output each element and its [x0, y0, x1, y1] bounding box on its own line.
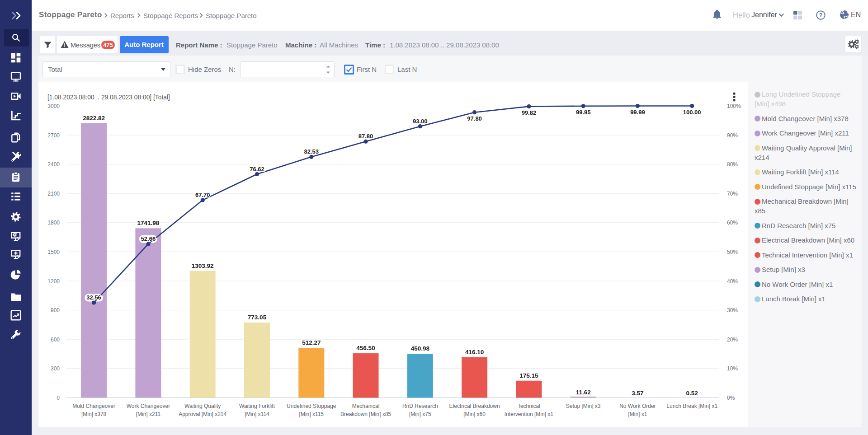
svg-text:90%: 90% [727, 132, 738, 139]
svg-text:900: 900 [51, 307, 60, 313]
svg-text:87.80: 87.80 [359, 133, 373, 140]
svg-text:Waiting Quality: Waiting Quality [184, 403, 221, 409]
svg-text:Electrical Breakdown: Electrical Breakdown [449, 403, 500, 409]
svg-text:Waiting Forklift: Waiting Forklift [239, 403, 275, 409]
svg-text:2100: 2100 [47, 191, 60, 197]
svg-text:175.15: 175.15 [519, 372, 538, 379]
svg-text:Technical: Technical [518, 403, 540, 409]
svg-text:50%: 50% [727, 249, 738, 255]
svg-text:1303.92: 1303.92 [192, 262, 214, 269]
svg-text:2700: 2700 [47, 132, 60, 139]
svg-text:1200: 1200 [47, 278, 60, 285]
svg-text:1500: 1500 [47, 249, 60, 255]
svg-text:[Min] x114: [Min] x114 [245, 411, 269, 417]
svg-text:1800: 1800 [47, 220, 60, 226]
svg-text:[1.08.2023 08:00 .. 29.08.2023: [1.08.2023 08:00 .. 29.08.2023 08:00] [T… [47, 94, 170, 101]
svg-text:?: ? [819, 12, 823, 19]
svg-text:2400: 2400 [47, 161, 60, 168]
svg-text:99.95: 99.95 [576, 109, 591, 116]
svg-text:76.62: 76.62 [250, 166, 264, 173]
svg-text:67.70: 67.70 [195, 192, 210, 198]
svg-text:93.00: 93.00 [413, 118, 428, 125]
svg-text:82.53: 82.53 [304, 148, 319, 155]
svg-text:3.57: 3.57 [632, 390, 643, 397]
svg-text:456.50: 456.50 [356, 345, 375, 351]
svg-text:450.98: 450.98 [411, 345, 430, 352]
svg-text:80%: 80% [727, 161, 738, 168]
svg-text:99.82: 99.82 [522, 109, 537, 116]
svg-text:[Min] x115: [Min] x115 [299, 411, 324, 417]
svg-text:100%: 100% [727, 103, 741, 109]
svg-text:Undefined Stoppage: Undefined Stoppage [287, 403, 336, 409]
svg-text:10%: 10% [727, 365, 738, 372]
svg-text:[Min] x75: [Min] x75 [409, 411, 431, 417]
svg-text:Intervention [Min] x1: Intervention [Min] x1 [505, 411, 553, 417]
svg-text:2822.82: 2822.82 [83, 115, 105, 122]
svg-text:0%: 0% [727, 395, 735, 401]
svg-text:30%: 30% [727, 307, 738, 313]
svg-text:[Min] x211: [Min] x211 [136, 411, 161, 417]
svg-text:600: 600 [51, 337, 60, 343]
svg-text:Approval [Min] x214: Approval [Min] x214 [179, 411, 226, 417]
svg-text:Lunch Break [Min] x1: Lunch Break [Min] x1 [666, 403, 717, 409]
svg-text:3000: 3000 [47, 103, 60, 109]
svg-text:97.80: 97.80 [467, 115, 482, 122]
svg-text:40%: 40% [727, 278, 738, 285]
svg-text:Mechanical: Mechanical [352, 403, 380, 409]
svg-text:Breakdown [Min] x85: Breakdown [Min] x85 [340, 411, 391, 417]
svg-text:Work Changeover: Work Changeover [127, 403, 170, 409]
svg-text:512.27: 512.27 [302, 339, 321, 346]
svg-text:No Work Order: No Work Order [619, 403, 656, 409]
svg-text:0: 0 [57, 395, 60, 401]
svg-text:[Min] x378: [Min] x378 [81, 411, 107, 417]
svg-text:[Min] x60: [Min] x60 [463, 411, 486, 417]
svg-text:100.00: 100.00 [683, 109, 701, 116]
svg-text:Mold Changeover: Mold Changeover [72, 403, 115, 409]
svg-text:416.10: 416.10 [465, 349, 484, 355]
svg-text:Setup [Min] x3: Setup [Min] x3 [566, 403, 601, 409]
svg-text:0.52: 0.52 [686, 390, 698, 397]
svg-text:32.56: 32.56 [86, 294, 101, 301]
svg-text:20%: 20% [727, 337, 738, 343]
svg-text:300: 300 [51, 365, 60, 372]
svg-text:60%: 60% [727, 220, 738, 226]
svg-text:99.99: 99.99 [630, 109, 645, 116]
svg-text:[Min] x1: [Min] x1 [628, 411, 647, 417]
svg-text:52.66: 52.66 [141, 235, 156, 242]
svg-text:1741.98: 1741.98 [137, 220, 159, 226]
svg-text:RnD Research: RnD Research [402, 403, 438, 409]
svg-text:773.05: 773.05 [248, 314, 267, 321]
svg-text:70%: 70% [727, 191, 738, 197]
svg-text:11.62: 11.62 [576, 389, 591, 396]
